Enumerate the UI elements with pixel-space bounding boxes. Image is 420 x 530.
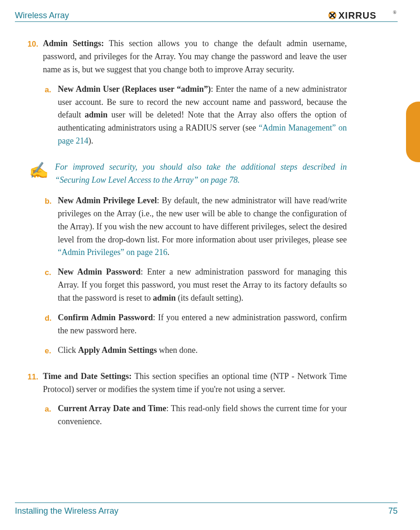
header-rule — [15, 21, 398, 22]
section-11-sublist: a. Current Array Date and Time: This rea… — [43, 402, 347, 428]
sub-letter: c. — [43, 266, 58, 305]
sub-item-10a: a. New Admin User (Replaces user “admin”… — [43, 83, 347, 148]
xirrus-logo: XIRRUS ® — [328, 9, 398, 21]
page: Wireless Array XIRRUS ® 10. Admin Settin… — [0, 0, 420, 530]
sub-letter: a. — [43, 402, 58, 428]
spacer — [22, 194, 43, 364]
sub-body: New Admin User (Replaces user “admin”): … — [58, 83, 347, 148]
sub-item-10e: e. Click Apply Admin Settings when done. — [43, 344, 347, 357]
sub-title: New Admin Privilege Level — [58, 196, 157, 205]
sub-letter: e. — [43, 344, 58, 357]
section-10-continued: b. New Admin Privilege Level: By default… — [22, 194, 347, 364]
note-text: For improved security, you should also t… — [55, 161, 347, 187]
link-admin-privileges[interactable]: “Admin Privileges” on page 216 — [58, 248, 167, 257]
inline-bold-admin: admin — [85, 110, 108, 119]
section-body: Admin Settings: This section allows you … — [43, 37, 347, 154]
sub-letter: a. — [43, 83, 58, 148]
section-title: Time and Date Settings: — [43, 372, 131, 381]
page-number: 75 — [388, 506, 398, 516]
sub-body: Confirm Admin Password: If you entered a… — [58, 311, 347, 337]
section-body-cont: b. New Admin Privilege Level: By default… — [43, 194, 347, 364]
main-content: 10. Admin Settings: This section allows … — [22, 37, 347, 441]
sub-body: Click Apply Admin Settings when done. — [58, 344, 347, 357]
section-number: 11. — [22, 370, 43, 435]
section-number: 10. — [22, 37, 43, 154]
sub-title: New Admin User (Replaces user “admin”) — [58, 84, 211, 94]
page-header: Wireless Array XIRRUS ® — [15, 9, 398, 21]
footer-rule — [15, 502, 398, 503]
side-tab — [406, 102, 420, 162]
svg-text:®: ® — [393, 10, 397, 15]
write-hand-icon: ✍ — [22, 161, 55, 179]
footer-left: Installing the Wireless Array — [15, 506, 118, 516]
text: ). — [88, 136, 93, 145]
sub-letter: b. — [43, 194, 58, 259]
text: Click — [58, 345, 78, 355]
sub-item-11a: a. Current Array Date and Time: This rea… — [43, 402, 347, 428]
sub-body: Current Array Date and Time: This read-o… — [58, 402, 347, 428]
section-11: 11. Time and Date Settings: This section… — [22, 370, 347, 435]
section-10-sublist-cont: b. New Admin Privilege Level: By default… — [43, 194, 347, 357]
sub-title: Current Array Date and Time — [58, 404, 166, 413]
page-footer: Installing the Wireless Array 75 — [15, 506, 398, 516]
sub-body: New Admin Privilege Level: By default, t… — [58, 194, 347, 259]
svg-text:XIRRUS: XIRRUS — [338, 10, 377, 21]
section-10-sublist: a. New Admin User (Replaces user “admin”… — [43, 83, 347, 148]
inline-bold-admin: admin — [153, 293, 176, 303]
inline-bold-apply: Apply Admin Settings — [78, 345, 157, 355]
text: when done. — [157, 345, 198, 355]
section-body: Time and Date Settings: This section spe… — [43, 370, 347, 435]
text: (its default setting). — [176, 293, 243, 303]
section-title: Admin Settings: — [43, 39, 104, 48]
header-title: Wireless Array — [15, 11, 69, 21]
sub-letter: d. — [43, 311, 58, 337]
sub-title: New Admin Password — [58, 267, 141, 276]
note-row: ✍ For improved security, you should also… — [22, 161, 347, 187]
section-10: 10. Admin Settings: This section allows … — [22, 37, 347, 154]
sub-item-10c: c. New Admin Password: Enter a new admin… — [43, 266, 347, 305]
text: . — [167, 248, 170, 257]
sub-item-10b: b. New Admin Privilege Level: By default… — [43, 194, 347, 259]
sub-title: Confirm Admin Password — [58, 313, 153, 322]
sub-item-10d: d. Confirm Admin Password: If you entere… — [43, 311, 347, 337]
sub-body: New Admin Password: Enter a new administ… — [58, 266, 347, 305]
